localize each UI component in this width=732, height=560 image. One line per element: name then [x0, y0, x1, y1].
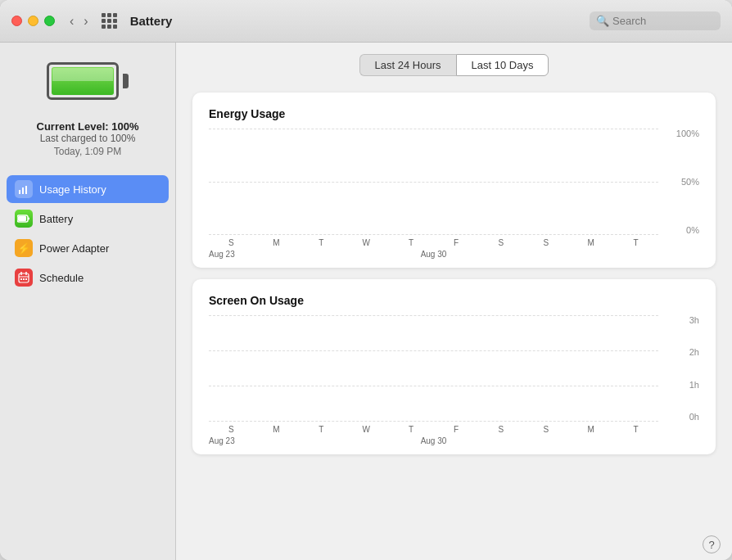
titlebar: ‹ › Battery 🔍: [0, 0, 732, 43]
app-window: ‹ › Battery 🔍: [0, 0, 732, 560]
back-button[interactable]: ‹: [66, 12, 77, 30]
energy-x-label-5: F: [434, 238, 479, 247]
window-title: Battery: [124, 14, 590, 28]
screen-bars: [209, 315, 658, 422]
nav-buttons: ‹ ›: [66, 12, 92, 30]
screen-y-label-0h: 0h: [689, 412, 699, 422]
forward-button[interactable]: ›: [80, 12, 91, 30]
svg-rect-12: [25, 278, 27, 280]
energy-chart-area: 100% 50% 0% SMTWTFSSMT Aug 23 Aug 30: [209, 129, 699, 260]
svg-rect-6: [19, 273, 29, 282]
usage-history-icon: [15, 180, 33, 198]
screen-y-label-3h: 3h: [689, 315, 699, 325]
energy-y-label-100: 100%: [676, 129, 699, 138]
svg-rect-10: [20, 278, 22, 280]
last-charged-label: Last charged to 100%: [37, 133, 139, 144]
screen-chart-card: Screen On Usage 3h 2h: [192, 279, 716, 454]
sidebar-power-adapter-label: Power Adapter: [39, 242, 109, 255]
energy-x-label-2: T: [299, 238, 344, 247]
main-panel: Last 24 Hours Last 10 Days Energy Usage: [176, 43, 732, 560]
grid-icon[interactable]: [102, 13, 117, 29]
screen-x-label-4: T: [389, 425, 434, 434]
screen-y-label-1h: 1h: [689, 380, 699, 390]
screen-x-labels: SMTWTFSSMT: [209, 423, 658, 435]
screen-x-label-5: F: [434, 425, 479, 434]
search-icon: 🔍: [596, 15, 609, 27]
help-button[interactable]: ?: [703, 535, 721, 553]
screen-x-label-7: S: [523, 425, 568, 434]
energy-x-axis: SMTWTFSSMT Aug 23 Aug 30: [209, 237, 658, 260]
energy-x-label-8: M: [568, 238, 613, 247]
screen-x-label-3: W: [344, 425, 389, 434]
tab-last-24h[interactable]: Last 24 Hours: [359, 54, 456, 76]
svg-rect-4: [18, 216, 26, 221]
power-adapter-icon: ⚡: [15, 239, 33, 257]
sidebar-nav: Usage History Battery ⚡ Power Adapter: [0, 175, 175, 293]
search-input[interactable]: [612, 15, 711, 27]
screen-y-label-2h: 2h: [689, 347, 699, 357]
energy-x-label-7: S: [523, 238, 568, 247]
screen-x-dates: Aug 23 Aug 30: [209, 435, 658, 446]
screen-y-axis: 3h 2h 1h 0h: [660, 315, 699, 422]
screen-chart-title: Screen On Usage: [209, 294, 699, 307]
sidebar-schedule-label: Schedule: [39, 272, 84, 284]
sidebar-item-battery[interactable]: Battery: [7, 205, 169, 233]
screen-date-aug30: Aug 30: [359, 436, 508, 445]
close-button[interactable]: [11, 16, 22, 26]
energy-date-aug23: Aug 23: [209, 250, 359, 259]
minimize-button[interactable]: [28, 16, 38, 26]
charts-container: Energy Usage 100%: [176, 84, 732, 529]
current-level-label: Current Level: 100%: [37, 120, 139, 133]
tab-bar: Last 24 Hours Last 10 Days: [176, 43, 732, 84]
energy-x-label-4: T: [389, 238, 434, 247]
search-bar: 🔍: [590, 11, 721, 30]
sidebar-battery-label: Battery: [39, 213, 73, 225]
screen-x-label-8: M: [568, 425, 613, 434]
energy-bars: [209, 129, 658, 235]
svg-rect-2: [25, 186, 27, 194]
screen-x-label-2: T: [299, 425, 344, 434]
sidebar-usage-history-label: Usage History: [39, 183, 106, 196]
screen-x-label-0: S: [209, 425, 254, 434]
screen-x-label-9: T: [613, 425, 658, 434]
svg-rect-11: [23, 278, 25, 280]
help-btn-wrap: ?: [176, 529, 732, 560]
energy-chart-card: Energy Usage 100%: [192, 93, 716, 268]
sidebar-item-usage-history[interactable]: Usage History: [7, 175, 169, 203]
schedule-icon: [15, 269, 33, 287]
energy-y-label-50: 50%: [681, 177, 699, 187]
battery-icon-large: [47, 59, 129, 104]
content: Current Level: 100% Last charged to 100%…: [0, 43, 732, 560]
traffic-lights: [11, 16, 55, 26]
screen-date-aug23: Aug 23: [209, 436, 359, 445]
energy-x-label-6: S: [478, 238, 523, 247]
energy-y-axis: 100% 50% 0%: [660, 129, 699, 235]
tab-last-10d[interactable]: Last 10 Days: [456, 54, 549, 76]
battery-nav-icon: [15, 210, 33, 228]
timestamp-label: Today, 1:09 PM: [37, 146, 139, 157]
maximize-button[interactable]: [44, 16, 55, 26]
energy-x-label-0: S: [209, 238, 254, 247]
screen-x-label-6: S: [478, 425, 523, 434]
svg-rect-0: [19, 190, 20, 194]
energy-chart-title: Energy Usage: [209, 107, 699, 120]
energy-y-label-0: 0%: [686, 225, 699, 235]
battery-status: Current Level: 100% Last charged to 100%…: [37, 120, 139, 172]
energy-x-label-9: T: [613, 238, 658, 247]
sidebar-item-schedule[interactable]: Schedule: [7, 264, 169, 291]
sidebar-item-power-adapter[interactable]: ⚡ Power Adapter: [7, 234, 169, 262]
energy-date-aug30: Aug 30: [359, 250, 508, 259]
energy-x-labels: SMTWTFSSMT: [209, 237, 658, 248]
svg-rect-1: [22, 187, 24, 194]
svg-rect-5: [28, 218, 29, 220]
energy-x-label-1: M: [254, 238, 299, 247]
energy-x-dates: Aug 23 Aug 30: [209, 248, 658, 260]
energy-x-label-3: W: [344, 238, 389, 247]
sidebar: Current Level: 100% Last charged to 100%…: [0, 43, 176, 560]
screen-x-axis: SMTWTFSSMT Aug 23 Aug 30: [209, 423, 658, 446]
screen-chart-area: 3h 2h 1h 0h SMTWTFSSMT Aug 23 Aug 30: [209, 315, 699, 446]
screen-x-label-1: M: [254, 425, 299, 434]
